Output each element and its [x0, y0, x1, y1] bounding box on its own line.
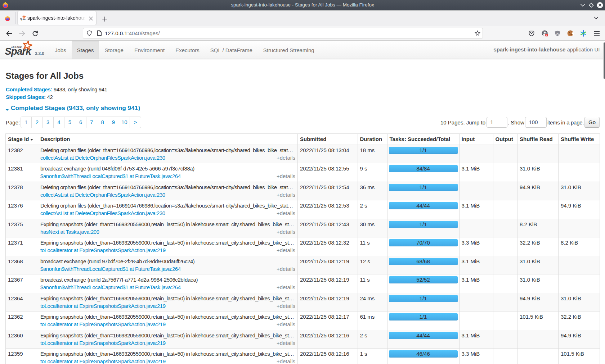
- svg-text:APACHE: APACHE: [11, 46, 22, 48]
- svg-text:UO: UO: [556, 32, 559, 35]
